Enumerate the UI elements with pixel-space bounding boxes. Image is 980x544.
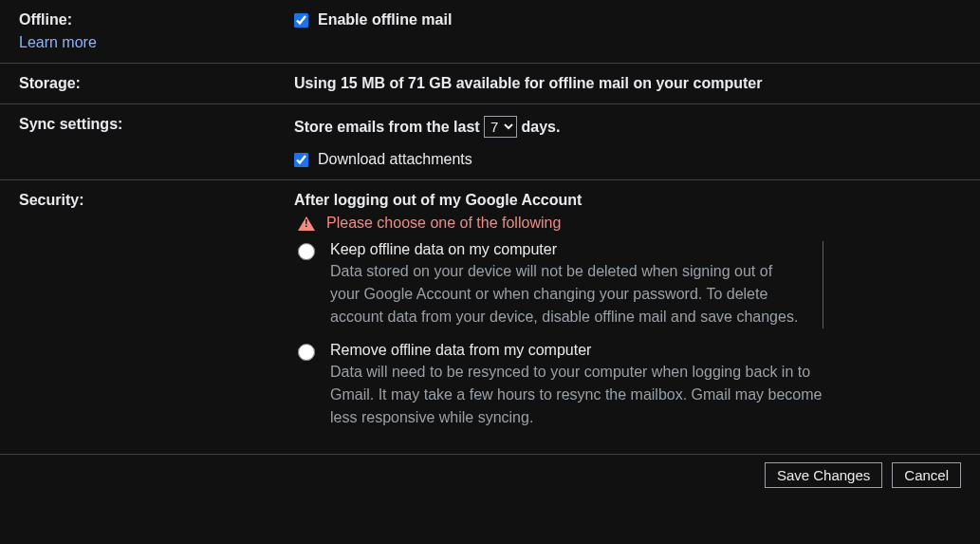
sync-label: Sync settings: [19, 116, 122, 132]
security-label: Security: [19, 192, 83, 208]
learn-more-link[interactable]: Learn more [19, 34, 294, 51]
security-option-remove: Remove offline data from my computer Dat… [298, 342, 961, 429]
storage-row: Storage: Using 15 MB of 71 GB available … [0, 64, 980, 104]
option-remove-title: Remove offline data from my computer [330, 342, 823, 359]
option-keep-content: Keep offline data on my computer Data st… [330, 241, 823, 328]
option-remove-content: Remove offline data from my computer Dat… [330, 342, 823, 429]
radio-keep-data[interactable] [298, 243, 315, 260]
security-row: Security: After logging out of my Google… [0, 180, 980, 454]
sync-value-col: Store emails from the last 7 days. Downl… [294, 116, 961, 168]
option-remove-desc: Data will need to be resynced to your co… [330, 361, 823, 429]
security-warning-text: Please choose one of the following [326, 215, 561, 232]
sync-days-select[interactable]: 7 [484, 116, 517, 138]
storage-label: Storage: [19, 75, 81, 91]
security-warning-line: Please choose one of the following [298, 215, 961, 232]
sync-label-col: Sync settings: [19, 116, 294, 168]
sync-suffix: days. [522, 119, 561, 135]
cancel-button[interactable]: Cancel [892, 462, 961, 488]
storage-value-col: Using 15 MB of 71 GB available for offli… [294, 75, 961, 92]
security-option-keep: Keep offline data on my computer Data st… [298, 241, 961, 328]
footer: Save Changes Cancel [0, 454, 980, 496]
option-keep-title: Keep offline data on my computer [330, 241, 804, 258]
sync-store-line: Store emails from the last 7 days. [294, 116, 961, 138]
save-button[interactable]: Save Changes [765, 462, 882, 488]
enable-offline-checkbox[interactable] [294, 13, 308, 28]
download-attachments-label: Download attachments [318, 151, 472, 168]
offline-label-col: Offline: Learn more [19, 11, 294, 51]
offline-value-col: Enable offline mail [294, 11, 961, 51]
enable-offline-line[interactable]: Enable offline mail [294, 11, 961, 28]
storage-label-col: Storage: [19, 75, 294, 92]
download-attachments-checkbox[interactable] [294, 153, 308, 167]
security-value-col: After logging out of my Google Account P… [294, 192, 961, 442]
security-label-col: Security: [19, 192, 294, 442]
sync-prefix: Store emails from the last [294, 119, 480, 135]
radio-remove-data[interactable] [298, 344, 315, 361]
offline-row: Offline: Learn more Enable offline mail [0, 0, 980, 64]
download-attachments-line[interactable]: Download attachments [294, 151, 961, 168]
enable-offline-label: Enable offline mail [318, 11, 452, 28]
sync-row: Sync settings: Store emails from the las… [0, 104, 980, 180]
offline-label: Offline: [19, 11, 72, 28]
security-header: After logging out of my Google Account [294, 192, 961, 209]
option-keep-desc: Data stored on your device will not be d… [330, 260, 804, 328]
warning-icon [298, 216, 315, 231]
storage-value: Using 15 MB of 71 GB available for offli… [294, 75, 762, 91]
